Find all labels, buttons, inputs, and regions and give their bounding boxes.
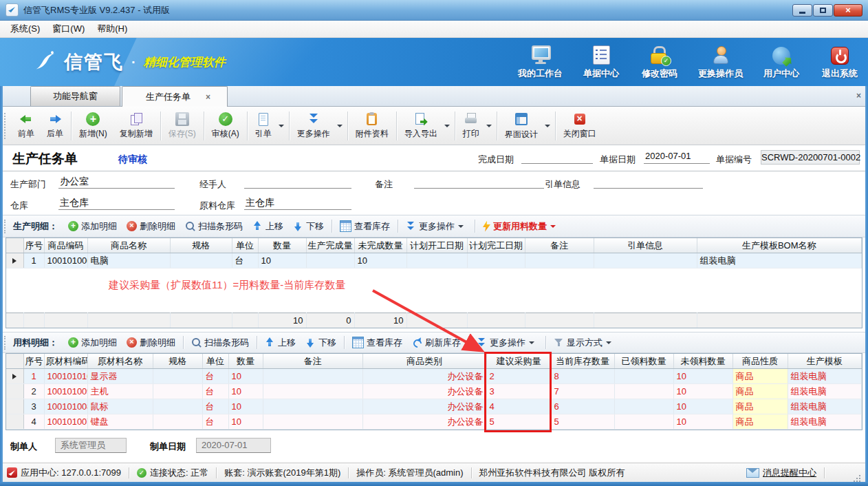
- annotation-arrow: [369, 285, 492, 361]
- col-qty[interactable]: 数量: [228, 354, 263, 369]
- update-material-qty-button[interactable]: 更新用料数量: [478, 220, 564, 233]
- mat-table-row[interactable]: 4 100101007 键盘 台 10 办公设备 5 5 10 商品 组装电脑: [6, 414, 862, 430]
- remark-input[interactable]: [414, 176, 544, 189]
- connection-status: 连接状态: 正常: [137, 467, 208, 479]
- dropdown-caret-icon[interactable]: [545, 125, 550, 127]
- nav-my-workbench[interactable]: 我的工作台: [518, 44, 563, 80]
- row-indicator-header: [6, 354, 23, 369]
- col-product-code[interactable]: 商品编码: [44, 238, 87, 253]
- next-bill-button[interactable]: 后单: [41, 107, 69, 145]
- mat-move-down-button[interactable]: 下移: [301, 337, 341, 349]
- dropdown-caret-icon[interactable]: [444, 125, 450, 127]
- audit-button[interactable]: 审核(A): [206, 107, 246, 145]
- mat-table-row[interactable]: 3 100101008 鼠标 台 10 办公设备 4 6 10 商品 组装电脑: [6, 399, 862, 414]
- clipboard-icon: [367, 113, 377, 125]
- menu-window[interactable]: 窗口(W): [46, 21, 91, 36]
- mat-move-up-button[interactable]: 上移: [260, 337, 301, 349]
- prod-scan-barcode-button[interactable]: 扫描条形码: [180, 220, 248, 233]
- tab-production-task[interactable]: 生产任务单: [122, 86, 228, 107]
- col-ref-info[interactable]: 引单信息: [594, 238, 697, 253]
- close-window-button[interactable]: 关闭窗口: [557, 107, 603, 145]
- dept-input[interactable]: 办公室: [58, 176, 175, 189]
- copy-add-button[interactable]: 复制新增: [113, 107, 159, 145]
- col-unit[interactable]: 单位: [232, 238, 258, 253]
- nav-switch-operator[interactable]: 更换操作员: [698, 44, 743, 80]
- mat-add-detail-button[interactable]: 添加明细: [63, 337, 122, 349]
- col-nature[interactable]: 商品性质: [733, 354, 788, 369]
- message-center-link[interactable]: 消息提醒中心: [746, 467, 816, 479]
- maximize-button[interactable]: [813, 4, 833, 17]
- prod-more-actions-button[interactable]: 更多操作: [401, 220, 472, 233]
- mat-display-mode-button[interactable]: 显示方式: [549, 337, 620, 349]
- dropdown-caret-icon[interactable]: [486, 125, 492, 127]
- col-qty[interactable]: 数量: [258, 238, 306, 253]
- minimize-button[interactable]: [792, 4, 812, 17]
- prod-move-down-button[interactable]: 下移: [288, 220, 329, 233]
- dropdown-caret-icon[interactable]: [458, 225, 464, 228]
- dropdown-caret-icon[interactable]: [279, 125, 284, 127]
- mat-table-row[interactable]: 1 100101010 显示器 台 10 办公设备 2 8 10 商品 组装电脑: [6, 369, 862, 384]
- prev-bill-button[interactable]: 前单: [12, 107, 41, 145]
- tab-close-icon[interactable]: [206, 93, 210, 101]
- dropdown-caret-icon[interactable]: [529, 341, 534, 344]
- tabstrip-close-icon[interactable]: [856, 91, 861, 101]
- col-unit[interactable]: 单位: [202, 354, 228, 369]
- prod-move-up-button[interactable]: 上移: [248, 220, 288, 233]
- col-remark[interactable]: 备注: [263, 354, 362, 369]
- col-unfinished-qty[interactable]: 未完成数量: [354, 238, 406, 253]
- col-template[interactable]: 生产模板: [788, 354, 862, 369]
- col-suggest-purchase[interactable]: 建议采购量: [486, 354, 551, 369]
- ref-info-input[interactable]: [594, 176, 703, 189]
- col-bom-name[interactable]: 生产模板BOM名称: [697, 238, 862, 253]
- col-remark[interactable]: 备注: [525, 238, 594, 253]
- prod-view-stock-button[interactable]: 查看库存: [335, 220, 395, 233]
- col-finished-qty[interactable]: 生产完成量: [306, 238, 354, 253]
- resize-grip[interactable]: [853, 469, 861, 477]
- warehouse-input[interactable]: 主仓库: [58, 197, 175, 210]
- nav-change-password[interactable]: 修改密码: [640, 44, 680, 80]
- menu-system[interactable]: 系统(S): [4, 21, 46, 36]
- col-product-name[interactable]: 商品名称: [87, 238, 170, 253]
- close-icon: [845, 5, 851, 15]
- col-picked-qty[interactable]: 已领料数量: [614, 354, 673, 369]
- prod-add-detail-button[interactable]: 添加明细: [63, 220, 122, 233]
- dropdown-caret-icon[interactable]: [337, 125, 343, 127]
- import-export-button[interactable]: 导入导出: [398, 107, 453, 145]
- prod-delete-detail-button[interactable]: 删除明细: [122, 220, 180, 233]
- nav-user-center[interactable]: 用户中心: [761, 44, 801, 80]
- col-spec[interactable]: 规格: [170, 238, 232, 253]
- prod-table-row[interactable]: 1 100101006 电脑 台 10 10 组装电脑: [6, 253, 862, 268]
- dropdown-caret-icon[interactable]: [550, 225, 556, 228]
- col-unpicked-qty[interactable]: 未领料数量: [673, 354, 733, 369]
- material-warehouse-input[interactable]: 主仓库: [244, 197, 351, 210]
- more-actions-button[interactable]: 更多操作: [291, 107, 346, 145]
- col-seq[interactable]: 序号: [23, 354, 44, 369]
- col-current-stock[interactable]: 当前库存数量: [551, 354, 614, 369]
- dropdown-caret-icon[interactable]: [606, 341, 611, 344]
- nav-exit-system[interactable]: 退出系统: [820, 44, 860, 80]
- bill-date-input[interactable]: 2020-07-01: [644, 151, 710, 164]
- nav-document-center[interactable]: 单据中心: [581, 44, 621, 80]
- finish-date-input[interactable]: [521, 151, 593, 164]
- window-title: 信管飞RMS专业版 V9.2.437 - 试用版: [23, 4, 170, 17]
- col-plan-finish[interactable]: 计划完工日期: [467, 238, 525, 253]
- menu-help[interactable]: 帮助(H): [91, 21, 133, 36]
- col-plan-start[interactable]: 计划开工日期: [406, 238, 467, 253]
- close-button[interactable]: [834, 4, 862, 17]
- mat-table-row[interactable]: 2 100101009 主机 台 10 办公设备 3 7 10 商品 组装电脑: [6, 384, 862, 399]
- print-button[interactable]: 打印: [457, 107, 495, 145]
- col-spec[interactable]: 规格: [153, 354, 202, 369]
- banner: 信管飞 · 精细化管理软件 我的工作台 单据中心 修改密码 更换操作员 用户中心…: [0, 38, 868, 86]
- mat-scan-barcode-button[interactable]: 扫描条形码: [186, 337, 254, 349]
- mat-delete-detail-button[interactable]: 删除明细: [122, 337, 180, 349]
- attachment-button[interactable]: 附件资料: [349, 107, 395, 145]
- add-new-button[interactable]: 新增(N): [73, 107, 113, 145]
- ui-design-button[interactable]: 界面设计: [499, 107, 554, 145]
- arrow-left-icon: [19, 112, 33, 126]
- col-material-code[interactable]: 原材料编码: [44, 354, 87, 369]
- handler-input[interactable]: [244, 176, 351, 189]
- col-material-name[interactable]: 原材料名称: [87, 354, 153, 369]
- pull-bill-button[interactable]: 引单: [249, 107, 287, 145]
- col-seq[interactable]: 序号: [23, 238, 44, 253]
- tab-function-nav[interactable]: 功能导航窗: [30, 86, 120, 106]
